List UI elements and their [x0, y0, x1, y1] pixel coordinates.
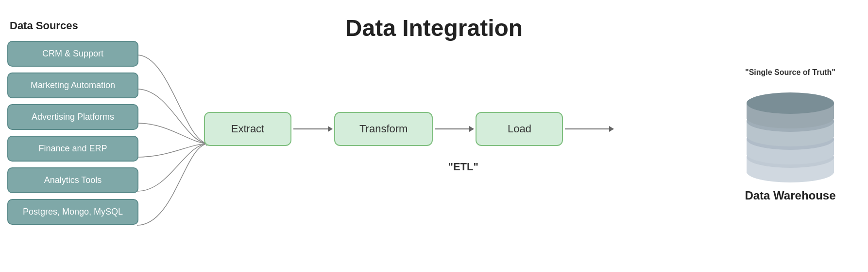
arrow-transform-load [469, 126, 474, 132]
source-box-databases: Postgres, Mongo, MySQL [7, 199, 138, 225]
source-box-analytics: Analytics Tools [7, 167, 138, 193]
data-sources-title: Data Sources [10, 19, 163, 32]
pipeline-wrapper: Extract Transform Load [204, 112, 615, 173]
source-box-marketing: Marketing Automation [7, 73, 138, 98]
arrow-extract-transform [328, 126, 333, 132]
data-sources-section: Data Sources CRM & Support Marketing Aut… [7, 19, 163, 231]
extract-box: Extract [204, 112, 291, 146]
etl-label: "ETL" [311, 161, 615, 173]
single-source-label: "Single Source of Truth" [745, 68, 835, 77]
diagram-container: Data Sources CRM & Support Marketing Aut… [0, 0, 868, 272]
svg-point-12 [747, 92, 834, 114]
data-warehouse-title: Data Warehouse [745, 189, 835, 202]
main-title: Data Integration [345, 15, 523, 41]
arrow-load-dw [609, 126, 614, 132]
source-box-crm: CRM & Support [7, 41, 138, 67]
load-box: Load [476, 112, 563, 146]
database-icon [737, 82, 844, 184]
source-box-finance: Finance and ERP [7, 136, 138, 162]
data-warehouse-section: "Single Source of Truth" Data Warehouse [727, 68, 853, 202]
transform-box: Transform [334, 112, 433, 146]
source-box-advertising: Advertising Platforms [7, 104, 138, 130]
